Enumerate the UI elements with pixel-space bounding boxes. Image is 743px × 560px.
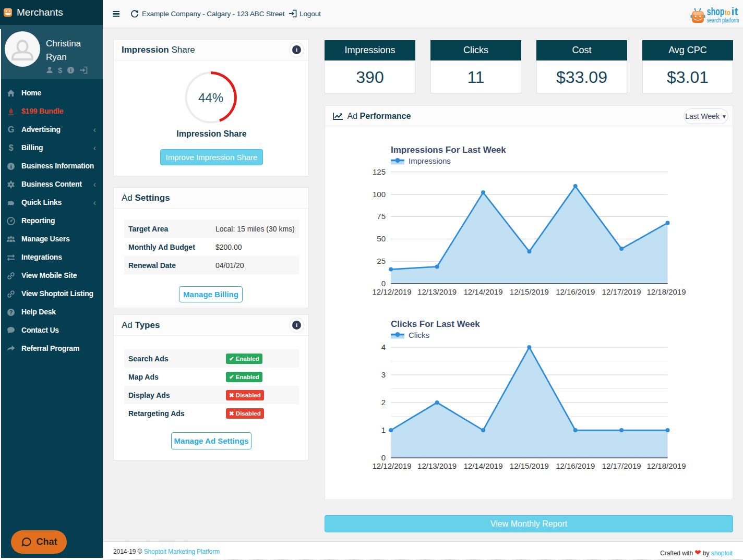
svg-text:12/15/2019: 12/15/2019 <box>510 287 549 296</box>
svg-text:44%: 44% <box>198 91 223 105</box>
svg-text:Clicks For Last Week: Clicks For Last Week <box>391 319 480 329</box>
svg-text:Impressions For Last Week: Impressions For Last Week <box>391 145 506 155</box>
svg-text:4: 4 <box>381 343 386 351</box>
svg-text:12/17/2019: 12/17/2019 <box>602 287 641 296</box>
svg-text:75: 75 <box>377 212 386 221</box>
svg-text:12/12/2019: 12/12/2019 <box>372 461 411 470</box>
svg-text:Clicks: Clicks <box>409 331 429 339</box>
svg-text:25: 25 <box>377 257 386 265</box>
svg-text:12/16/2019: 12/16/2019 <box>556 461 595 470</box>
svg-text:12/18/2019: 12/18/2019 <box>646 461 686 470</box>
svg-text:3: 3 <box>381 370 386 379</box>
svg-text:to: to <box>725 8 730 17</box>
svg-text:12/15/2019: 12/15/2019 <box>510 461 549 470</box>
svg-text:12/18/2019: 12/18/2019 <box>646 287 686 296</box>
svg-text:50: 50 <box>377 234 386 243</box>
svg-text:12/17/2019: 12/17/2019 <box>602 461 641 470</box>
svg-text:12/14/2019: 12/14/2019 <box>463 461 502 470</box>
svg-text:1: 1 <box>381 425 386 434</box>
svg-text:0: 0 <box>381 279 386 288</box>
svg-text:?: ? <box>9 309 13 315</box>
svg-text:12/12/2019: 12/12/2019 <box>372 287 411 296</box>
svg-text:0: 0 <box>381 453 386 462</box>
svg-text:12/16/2019: 12/16/2019 <box>556 287 595 296</box>
svg-text:12/14/2019: 12/14/2019 <box>463 287 502 296</box>
svg-text:12/13/2019: 12/13/2019 <box>417 461 457 470</box>
svg-text:i: i <box>70 68 72 73</box>
svg-text:search platform: search platform <box>707 16 739 24</box>
svg-text:12/13/2019: 12/13/2019 <box>417 287 457 296</box>
svg-text:125: 125 <box>373 167 386 176</box>
svg-text:Impressions: Impressions <box>409 156 451 165</box>
svg-text:i: i <box>10 164 12 169</box>
svg-text:100: 100 <box>373 190 386 199</box>
svg-text:2: 2 <box>381 398 386 407</box>
